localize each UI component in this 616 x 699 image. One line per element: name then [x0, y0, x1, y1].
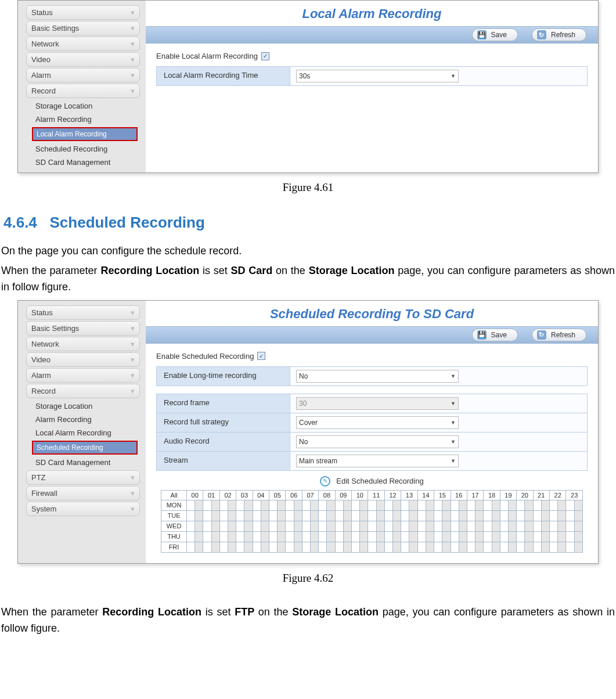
nav-item-status[interactable]: Status▾: [26, 5, 140, 20]
schedule-cell[interactable]: [311, 510, 319, 521]
schedule-cell[interactable]: [352, 521, 360, 531]
schedule-cell[interactable]: [319, 510, 327, 521]
schedule-cell[interactable]: [558, 531, 566, 542]
sidebar-sub-alarm-recording[interactable]: Alarm Recording: [23, 113, 146, 126]
schedule-cell[interactable]: [195, 500, 203, 510]
schedule-cell[interactable]: [459, 531, 467, 542]
schedule-cell[interactable]: [253, 542, 261, 552]
schedule-cell[interactable]: [525, 542, 533, 552]
schedule-cell[interactable]: [574, 542, 582, 552]
schedule-cell[interactable]: [311, 521, 319, 531]
schedule-cell[interactable]: [219, 510, 228, 521]
schedule-cell[interactable]: [261, 510, 269, 521]
nav-item-firewall[interactable]: Firewall▾: [26, 486, 140, 500]
schedule-cell[interactable]: [459, 510, 467, 521]
schedule-cell[interactable]: [253, 531, 261, 542]
schedule-cell[interactable]: [558, 510, 566, 521]
schedule-cell[interactable]: [541, 521, 549, 531]
hour-header[interactable]: 01: [203, 490, 219, 500]
hour-header[interactable]: 04: [253, 490, 269, 500]
nav-item-alarm[interactable]: Alarm▾: [26, 68, 140, 82]
schedule-cell[interactable]: [401, 531, 409, 542]
schedule-cell[interactable]: [525, 521, 533, 531]
schedule-cell[interactable]: [211, 500, 219, 510]
save-button[interactable]: 💾 Save: [472, 28, 518, 41]
schedule-cell[interactable]: [368, 521, 376, 531]
schedule-cell[interactable]: [211, 510, 219, 521]
day-header[interactable]: WED: [161, 521, 187, 531]
schedule-cell[interactable]: [484, 542, 492, 552]
schedule-cell[interactable]: [467, 510, 475, 521]
schedule-cell[interactable]: [384, 500, 392, 510]
schedule-cell[interactable]: [393, 521, 401, 531]
schedule-cell[interactable]: [384, 521, 392, 531]
hour-header[interactable]: 21: [533, 490, 549, 500]
schedule-cell[interactable]: [236, 510, 244, 521]
schedule-cell[interactable]: [434, 521, 442, 531]
schedule-cell[interactable]: [517, 521, 525, 531]
hour-header[interactable]: 15: [434, 490, 451, 500]
schedule-cell[interactable]: [393, 542, 401, 552]
schedule-cell[interactable]: [228, 521, 236, 531]
schedule-cell[interactable]: [459, 500, 467, 510]
enable-local-alarm-checkbox[interactable]: ✓: [261, 52, 269, 60]
schedule-cell[interactable]: [492, 531, 500, 542]
schedule-cell[interactable]: [327, 521, 335, 531]
hour-header[interactable]: 18: [484, 490, 500, 500]
schedule-cell[interactable]: [475, 521, 484, 531]
hour-header[interactable]: 12: [384, 490, 401, 500]
nav-item-record[interactable]: Record▾: [26, 84, 140, 98]
schedule-cell[interactable]: [525, 531, 533, 542]
schedule-cell[interactable]: [236, 500, 244, 510]
schedule-cell[interactable]: [203, 531, 211, 542]
nav-item-alarm[interactable]: Alarm▾: [26, 368, 140, 383]
schedule-cell[interactable]: [500, 542, 508, 552]
schedule-cell[interactable]: [401, 542, 409, 552]
schedule-cell[interactable]: [484, 531, 492, 542]
schedule-cell[interactable]: [376, 521, 384, 531]
schedule-cell[interactable]: [533, 542, 541, 552]
schedule-cell[interactable]: [492, 542, 500, 552]
schedule-cell[interactable]: [294, 531, 302, 542]
schedule-cell[interactable]: [319, 521, 327, 531]
schedule-cell[interactable]: [533, 510, 541, 521]
schedule-cell[interactable]: [352, 510, 360, 521]
schedule-cell[interactable]: [451, 510, 459, 521]
schedule-cell[interactable]: [549, 510, 557, 521]
schedule-cell[interactable]: [343, 510, 351, 521]
schedule-cell[interactable]: [335, 542, 343, 552]
schedule-cell[interactable]: [286, 542, 294, 552]
schedule-cell[interactable]: [541, 510, 549, 521]
schedule-cell[interactable]: [327, 542, 335, 552]
nav-item-network[interactable]: Network▾: [26, 337, 140, 351]
schedule-cell[interactable]: [558, 542, 566, 552]
save-button[interactable]: 💾 Save: [472, 329, 518, 341]
select-enable-long-time-recording[interactable]: No▼: [296, 370, 459, 383]
schedule-cell[interactable]: [327, 510, 335, 521]
schedule-cell[interactable]: [203, 510, 211, 521]
schedule-cell[interactable]: [426, 500, 434, 510]
schedule-cell[interactable]: [517, 531, 525, 542]
hour-header[interactable]: 08: [319, 490, 335, 500]
schedule-cell[interactable]: [228, 510, 236, 521]
schedule-cell[interactable]: [261, 542, 269, 552]
schedule-cell[interactable]: [187, 510, 195, 521]
schedule-cell[interactable]: [253, 500, 261, 510]
schedule-cell[interactable]: [335, 521, 343, 531]
schedule-cell[interactable]: [294, 510, 302, 521]
schedule-cell[interactable]: [343, 531, 351, 542]
schedule-cell[interactable]: [384, 531, 392, 542]
hour-header[interactable]: 22: [549, 490, 565, 500]
schedule-cell[interactable]: [211, 542, 219, 552]
schedule-cell[interactable]: [244, 531, 253, 542]
schedule-cell[interactable]: [302, 500, 310, 510]
day-header[interactable]: FRI: [161, 542, 187, 552]
schedule-cell[interactable]: [219, 521, 228, 531]
schedule-cell[interactable]: [286, 531, 294, 542]
hour-header[interactable]: 05: [269, 490, 286, 500]
schedule-cell[interactable]: [302, 510, 310, 521]
schedule-cell[interactable]: [541, 500, 549, 510]
schedule-cell[interactable]: [269, 542, 278, 552]
schedule-cell[interactable]: [219, 500, 228, 510]
schedule-cell[interactable]: [228, 500, 236, 510]
